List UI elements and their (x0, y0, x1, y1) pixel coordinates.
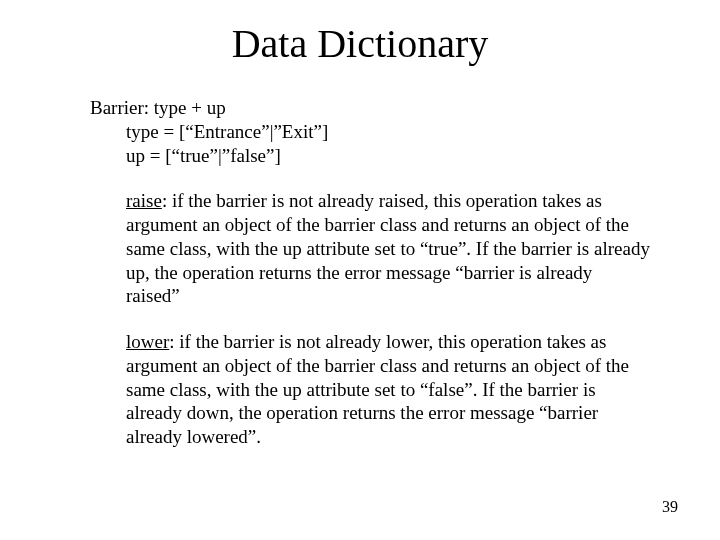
page-title: Data Dictionary (0, 20, 720, 67)
raise-label: raise (126, 190, 162, 211)
body-text: Barrier: type + up type = [“Entrance”|”E… (90, 96, 650, 449)
up-def-line: up = [“true”|”false”] (126, 144, 650, 168)
raise-paragraph: raise: if the barrier is not already rai… (126, 189, 650, 308)
raise-text: : if the barrier is not already raised, … (126, 190, 650, 306)
lower-paragraph: lower: if the barrier is not already low… (126, 330, 650, 449)
slide: Data Dictionary Barrier: type + up type … (0, 0, 720, 540)
page-number: 39 (662, 498, 678, 516)
barrier-def-line: Barrier: type + up (90, 96, 650, 120)
lower-text: : if the barrier is not already lower, t… (126, 331, 629, 447)
lower-label: lower (126, 331, 169, 352)
type-def-line: type = [“Entrance”|”Exit”] (126, 120, 650, 144)
